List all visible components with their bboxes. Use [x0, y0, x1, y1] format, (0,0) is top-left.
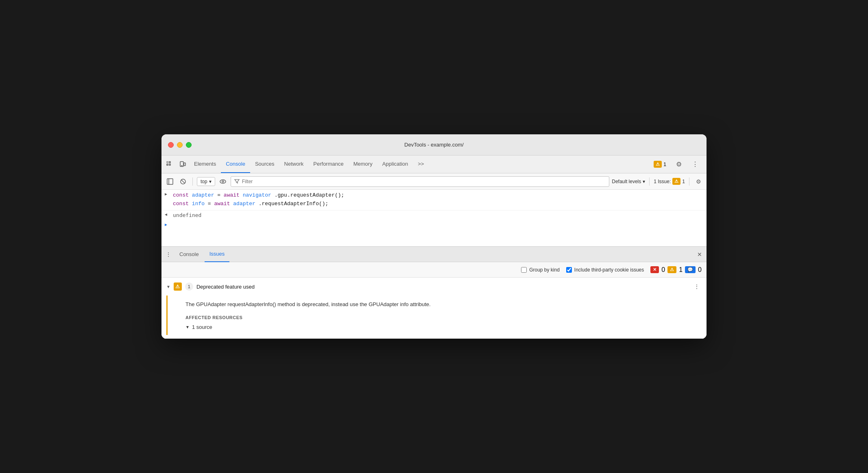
issue-header[interactable]: ▼ ⚠ 1 Deprecated feature used ⋮ [161, 278, 707, 296]
tab-memory[interactable]: Memory [349, 155, 377, 173]
console-settings-button[interactable]: ⚙ [694, 177, 703, 186]
tab-elements[interactable]: Elements [189, 155, 221, 173]
toolbar-tabs: Elements Console Sources Network Perform… [189, 155, 651, 173]
default-levels-dropdown[interactable]: Default levels ▾ [612, 179, 645, 184]
issue-detail: The GPUAdapter requestAdapterInfo() meth… [166, 296, 702, 335]
issues-count-badges: ✕ 0 ⚠ 1 💬 0 [650, 266, 702, 274]
svg-rect-1 [167, 164, 168, 165]
svg-rect-5 [184, 163, 185, 166]
svg-rect-0 [167, 162, 168, 163]
code-line-1: const adapter = await navigator .gpu.req… [173, 191, 344, 200]
filter-icon [234, 179, 240, 184]
issue-badge[interactable]: ⚠ 1 [651, 160, 669, 169]
warn-count: 1 [679, 266, 683, 274]
svg-rect-3 [169, 164, 170, 165]
issues-warn-badge: ⚠ [672, 178, 680, 185]
separator [192, 177, 193, 186]
issue-count: 1 [663, 162, 666, 167]
traffic-lights [168, 142, 192, 148]
error-count: 0 [661, 266, 665, 274]
tab-sources[interactable]: Sources [250, 155, 279, 173]
filter-input[interactable] [242, 179, 606, 184]
context-selector[interactable]: top ▾ [197, 177, 215, 186]
result-arrow-icon: ◀ [165, 212, 167, 217]
close-button[interactable] [168, 142, 174, 148]
group-by-kind-checkbox[interactable] [521, 267, 527, 273]
code-line-2: const info = await adapter .requestAdapt… [173, 200, 344, 208]
toolbar-right: ⚠ 1 ⚙ ⋮ [651, 158, 705, 171]
sources-row[interactable]: ▼ 1 source [185, 324, 697, 330]
bottom-tab-issues[interactable]: Issues [205, 247, 230, 262]
settings-button[interactable]: ⚙ [672, 158, 685, 171]
warn-count-badge: ⚠ [667, 266, 676, 273]
tab-performance[interactable]: Performance [308, 155, 348, 173]
issue-menu-button[interactable]: ⋮ [692, 282, 702, 291]
console-content: ▶ const adapter = await navigator .gpu.r… [161, 190, 707, 247]
input-prompt-icon: ▶ [165, 222, 167, 227]
expand-arrow-icon[interactable]: ▶ [165, 192, 167, 197]
affected-resources-label: AFFECTED RESOURCES [185, 315, 697, 320]
device-toolbar-icon[interactable] [176, 158, 189, 171]
console-input-row: ▶ [161, 220, 707, 223]
sidebar-toggle-button[interactable] [165, 176, 175, 187]
bottom-panel-tabs: ⋮ Console Issues ✕ [161, 247, 707, 262]
svg-point-12 [222, 181, 224, 182]
window-title: DevTools - example.com/ [404, 142, 464, 148]
sources-label: 1 source [192, 324, 212, 330]
issue-warn-icon: ⚠ [174, 282, 182, 291]
issue-item: ▼ ⚠ 1 Deprecated feature used ⋮ The GPUA… [161, 278, 707, 339]
panel-options-button[interactable]: ⋮ [163, 249, 174, 260]
panel-close-button[interactable]: ✕ [694, 249, 705, 260]
separator2 [649, 177, 650, 186]
devtools-window: DevTools - example.com/ Elements Con [161, 134, 707, 339]
eye-button[interactable] [218, 176, 228, 187]
console-sub-toolbar: top ▾ Default levels ▾ 1 Issue: ⚠ 1 ⚙ [161, 173, 707, 190]
issue-description: The GPUAdapter requestAdapterInfo() meth… [185, 300, 697, 309]
include-third-party-checkbox[interactable] [566, 267, 572, 273]
error-count-badge: ✕ [650, 266, 659, 273]
sources-expand-icon: ▼ [185, 325, 190, 329]
svg-rect-2 [169, 162, 170, 163]
console-code-block: const adapter = await navigator .gpu.req… [173, 191, 344, 208]
svg-rect-7 [167, 179, 173, 184]
minimize-button[interactable] [177, 142, 183, 148]
filter-bar[interactable] [231, 176, 610, 187]
tab-network[interactable]: Network [279, 155, 309, 173]
issue-title: Deprecated feature used [196, 284, 689, 290]
console-entry-code: ▶ const adapter = await navigator .gpu.r… [161, 190, 707, 210]
include-third-party-label[interactable]: Include third-party cookie issues [566, 267, 644, 273]
more-tabs-button[interactable]: >> [413, 155, 429, 173]
tab-application[interactable]: Application [377, 155, 413, 173]
warn-icon: ⚠ [654, 161, 662, 168]
svg-line-10 [181, 180, 185, 183]
separator3 [689, 177, 689, 186]
tab-console[interactable]: Console [221, 155, 250, 173]
bottom-tab-console[interactable]: Console [174, 247, 204, 262]
issue-expand-arrow-icon[interactable]: ▼ [166, 285, 170, 289]
devtools-toolbar: Elements Console Sources Network Perform… [161, 155, 707, 173]
bottom-panel: ⋮ Console Issues ✕ Group by kind Include… [161, 247, 707, 339]
clear-console-button[interactable] [178, 176, 188, 187]
issues-toolbar: Group by kind Include third-party cookie… [161, 262, 707, 278]
dropdown-arrow-icon: ▾ [209, 179, 212, 184]
maximize-button[interactable] [186, 142, 192, 148]
group-by-kind-label[interactable]: Group by kind [521, 267, 560, 273]
console-result: ◀ undefined [161, 210, 707, 220]
issue-count-circle: 1 [185, 282, 193, 291]
info-count-badge: 💬 [685, 266, 696, 273]
more-options-button[interactable]: ⋮ [689, 158, 702, 171]
inspect-element-icon[interactable] [163, 158, 176, 171]
levels-arrow-icon: ▾ [643, 179, 645, 184]
title-bar: DevTools - example.com/ [161, 134, 707, 155]
svg-point-11 [220, 180, 226, 183]
info-count: 0 [698, 266, 702, 274]
issues-count[interactable]: 1 Issue: ⚠ 1 [654, 178, 685, 185]
